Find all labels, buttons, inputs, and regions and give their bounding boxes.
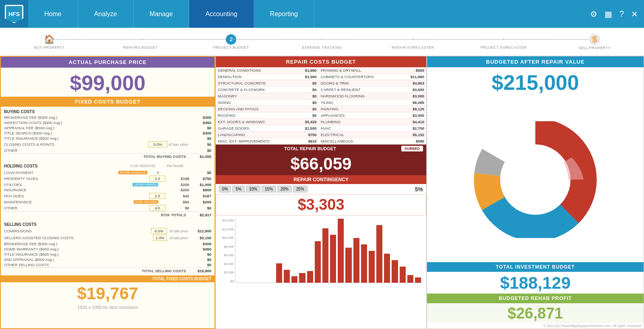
- cost-label: HOME WARRANTY ($450 Avg.): [4, 247, 189, 251]
- repair-value: $0: [296, 80, 319, 87]
- contingency-btn-20[interactable]: 20%: [277, 186, 292, 192]
- holding-row-loan: LOAN PAYMENT REHAB SCHEDULE 0 $0: [4, 170, 211, 175]
- totals-pm-label: $729: [161, 213, 169, 217]
- step-project-forecaster[interactable]: PROJECT FORECASTER: [458, 34, 549, 50]
- cost-label: TITLE INSURANCE ($500 Avg.): [4, 136, 189, 141]
- repair-label: ROOFING: [216, 112, 296, 119]
- total-selling-row: TOTAL SELLING COSTS $15,800: [4, 267, 211, 274]
- buying-cost-row-6: OTHER $0: [4, 148, 211, 153]
- buying-costs-title: BUYING COSTS: [4, 108, 211, 115]
- nav-manage[interactable]: Manage: [134, 0, 190, 28]
- step-proj-fc-label: PROJECT FORECASTER: [481, 46, 527, 50]
- cost-value: $0: [189, 257, 211, 262]
- hoa-months[interactable]: [149, 193, 165, 199]
- help-icon[interactable]: ?: [619, 9, 624, 19]
- bar: [415, 277, 421, 283]
- repair-value: $1,660: [296, 67, 319, 74]
- buying-cost-row-5: CLOSING COSTS & POINTS of loan value $0: [4, 141, 211, 148]
- buying-cost-row-4: TITLE INSURANCE ($500 Avg.) $0: [4, 136, 211, 141]
- contingency-btn-15[interactable]: 15%: [262, 186, 276, 192]
- contingency-btn-0[interactable]: 0%: [219, 186, 231, 192]
- contingency-btn-25[interactable]: 25%: [293, 186, 308, 192]
- y-label: $0: [220, 279, 234, 283]
- total-fixed-value: $19,767: [1, 282, 215, 304]
- bar: [361, 244, 367, 283]
- holding-row-taxes: PROPERTY TAXES $188 $750: [4, 175, 211, 182]
- bar: [384, 254, 390, 283]
- total-invest-value: $188,129: [427, 272, 644, 294]
- cost-label: SELLERS ASSISTED CLOSING COSTS: [4, 236, 152, 240]
- permonth-value: $188: [167, 176, 189, 181]
- repair-value: $3,000: [400, 93, 426, 99]
- step-sell-property[interactable]: $ SELL PROPERTY: [549, 34, 640, 50]
- repair-value: $11,860: [400, 74, 426, 80]
- property-tax-months[interactable]: [149, 176, 165, 182]
- step-expense-tracking[interactable]: EXPENSE TRACKING: [277, 34, 367, 50]
- subbed-badge: SUBBED: [401, 146, 423, 151]
- cost-label: UTILITIES: [4, 182, 132, 187]
- repair-value: $750: [296, 132, 319, 138]
- repair-label: SIDING: [216, 99, 296, 106]
- table-row: STRUCTURAL CONCRETE $0 DOORS & TRIM $4,8…: [216, 80, 426, 87]
- cost-value: $300: [189, 115, 211, 120]
- permonth-value: $50: [167, 200, 189, 204]
- logo[interactable]: HFS: [0, 0, 28, 28]
- y-axis: $14,000 $12,000 $10,000 $8,000 $6,000 $4…: [220, 219, 234, 283]
- selling-row-2: BROKERAGE FEE ($300 Avg.) $300: [4, 241, 211, 246]
- repair-label: PAINTING: [319, 106, 401, 112]
- bar: [392, 260, 398, 283]
- cost-value: $300: [189, 242, 211, 246]
- contingency-header: REPAIR CONTINGENCY: [216, 175, 426, 184]
- table-row: LANDSCAPING $750 ELECTRICAL $5,152: [216, 132, 426, 138]
- cost-value: $0: [189, 263, 211, 267]
- close-icon[interactable]: ✕: [631, 9, 638, 19]
- other-months[interactable]: [149, 205, 165, 211]
- rehab-badge: REHAB SCHEDULE: [118, 171, 147, 174]
- contingency-btn-10[interactable]: 10%: [246, 186, 260, 192]
- cost-note: of sale price: [169, 229, 188, 233]
- repair-value: $9,125: [400, 106, 426, 112]
- calculator-icon[interactable]: ▦: [605, 9, 612, 19]
- commissions-input[interactable]: [151, 228, 167, 234]
- middle-panel: REPAIR COSTS BUDGET GENERAL CONDITIONS $…: [215, 56, 427, 329]
- closing-costs-input[interactable]: [148, 141, 167, 147]
- cost-value: $0: [189, 142, 211, 147]
- bar: [353, 238, 359, 283]
- repair-label: APPLIANCES: [319, 112, 401, 119]
- total-fixed-header: TOTAL FIXED COSTS BUDGET: [1, 275, 215, 282]
- repair-label: CARPET & RESILIENT: [319, 87, 401, 93]
- resolution-text: 1920 x 1080: [77, 305, 102, 310]
- bar: [291, 276, 297, 283]
- step-repair-forecaster[interactable]: REPAIR FORECASTER: [367, 34, 458, 50]
- resolution-desc: for best resolution: [103, 305, 138, 310]
- dollar-icon: $: [589, 34, 600, 45]
- gear-icon[interactable]: ⚙: [590, 9, 597, 19]
- sellers-closing-input[interactable]: [153, 235, 167, 241]
- contingency-selected-value: 5%: [415, 186, 423, 192]
- permonth-value: $0: [167, 206, 189, 210]
- nav-accounting[interactable]: Accounting: [189, 0, 254, 28]
- step-project-budget[interactable]: 2 PROJECT BUDGET: [186, 34, 277, 50]
- step-repairs-budget[interactable]: REPAIRS BUDGET: [95, 34, 186, 50]
- nav-reporting[interactable]: Reporting: [254, 0, 314, 28]
- contingency-btn-5[interactable]: 5%: [232, 186, 244, 192]
- cost-label: INSURANCE: [4, 188, 151, 192]
- holding-totals-row: $729 TOTALS $2,917: [4, 211, 211, 218]
- table-row: SIDING $0 TILING $6,280: [216, 99, 426, 106]
- buying-cost-row-2: APPRAISAL FEE ($500 Avg.) $0: [4, 125, 211, 130]
- nav-home[interactable]: Home: [28, 0, 78, 28]
- svg-point-6: [502, 147, 568, 213]
- cost-label: CLOSING COSTS & POINTS: [4, 142, 148, 147]
- repair-label: CABINETS & COUNTERTOPS: [319, 74, 401, 80]
- repair-value: $2,750: [400, 125, 426, 132]
- contingency-amount: $3,303: [216, 194, 426, 215]
- table-row: MISC. EXT. IMPROVEMENTS $610 MISCELLANEO…: [216, 138, 426, 145]
- step-buy-property[interactable]: 🏠 BUY PROPERTY: [4, 34, 95, 50]
- selling-row-1: SELLERS ASSISTED CLOSING COSTS of sale p…: [4, 234, 211, 241]
- repair-bar-chart: $14,000 $12,000 $10,000 $8,000 $6,000 $4…: [216, 215, 426, 329]
- permonth-value: $42: [167, 194, 189, 198]
- bar: [276, 263, 282, 283]
- selling-row-3: HOME WARRANTY ($450 Avg.) $450: [4, 246, 211, 252]
- repair-label: FRAMING & DRYWALL: [319, 67, 401, 74]
- nav-analyze[interactable]: Analyze: [78, 0, 134, 28]
